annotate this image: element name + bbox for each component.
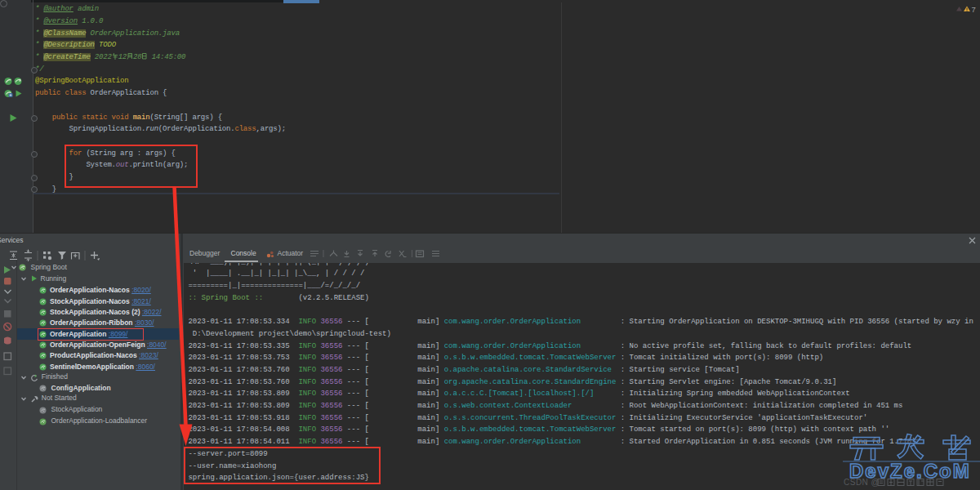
svg-text:7: 7 <box>972 5 976 14</box>
